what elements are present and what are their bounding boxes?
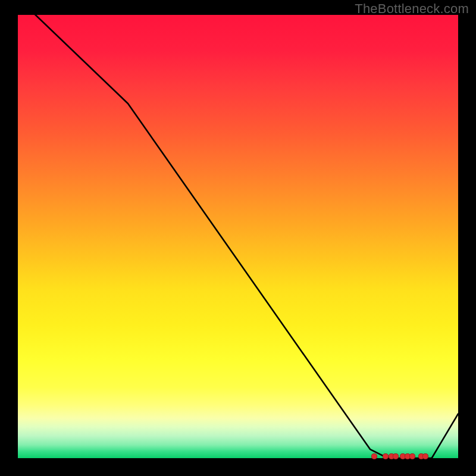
plot-area: [18, 15, 458, 458]
data-marker: [371, 453, 377, 459]
data-marker: [409, 453, 415, 459]
data-marker: [393, 453, 399, 459]
line-curve: [18, 15, 458, 458]
chart-stage: TheBottleneck.com: [0, 0, 476, 476]
data-marker: [383, 453, 389, 459]
data-marker: [422, 453, 428, 459]
